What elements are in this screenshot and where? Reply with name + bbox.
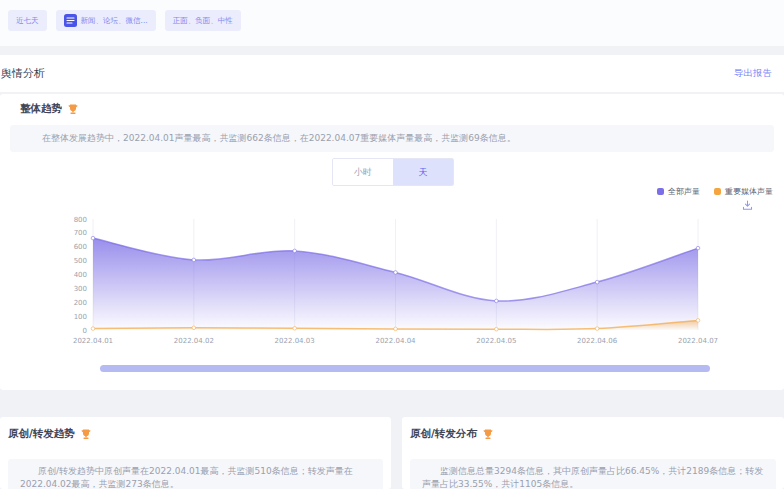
overall-trend-title-row: 整体趋势 bbox=[20, 102, 79, 116]
svg-text:2022.04.01: 2022.04.01 bbox=[73, 337, 113, 345]
filter-bar: 近七天 新闻、论坛、微信... 正面、负面、中性 bbox=[8, 10, 241, 31]
legend-item-media-volume[interactable]: 重要媒体声量 bbox=[714, 186, 773, 197]
svg-text:500: 500 bbox=[74, 257, 87, 265]
original-repost-trend-summary-box: 原创/转发趋势中原创声量在2022.04.01最高，共监测510条信息；转发声量… bbox=[8, 459, 383, 489]
media-volume-swatch bbox=[714, 188, 721, 195]
svg-text:0: 0 bbox=[83, 327, 87, 335]
svg-text:100: 100 bbox=[74, 313, 87, 321]
trophy-icon bbox=[482, 428, 494, 440]
overall-trend-summary-box: 在整体发展趋势中，2022.04.01声量最高，共监测662条信息，在2022.… bbox=[10, 125, 774, 152]
chart-legend: 全部声量 重要媒体声量 bbox=[657, 186, 773, 197]
screen: 近七天 新闻、论坛、微信... 正面、负面、中性 舆情分析 导出报告 整体趋势 … bbox=[0, 0, 784, 489]
sentiment-label: 正面、负面、中性 bbox=[173, 16, 233, 26]
time-range-label: 近七天 bbox=[16, 16, 39, 26]
svg-text:2022.04.07: 2022.04.07 bbox=[678, 337, 718, 345]
panel-header: 舆情分析 导出报告 bbox=[0, 55, 784, 92]
trend-area-chart: 01002003004005006007008002022.04.012022.… bbox=[0, 205, 784, 355]
granularity-toggle: 小时 天 bbox=[332, 158, 454, 186]
svg-text:400: 400 bbox=[74, 271, 87, 279]
all-volume-label: 全部声量 bbox=[668, 186, 700, 197]
original-repost-distribution-title: 原创/转发分布 bbox=[410, 427, 477, 441]
svg-text:2022.04.04: 2022.04.04 bbox=[375, 337, 416, 345]
svg-text:2022.04.02: 2022.04.02 bbox=[174, 337, 214, 345]
overall-trend-summary: 在整体发展趋势中，2022.04.01声量最高，共监测662条信息，在2022.… bbox=[24, 132, 760, 145]
original-repost-distribution-summary-box: 监测信息总量3294条信息，其中原创声量占比66.45%，共计2189条信息；转… bbox=[410, 459, 776, 489]
original-repost-distribution-title-row: 原创/转发分布 bbox=[410, 427, 494, 441]
svg-text:2022.04.05: 2022.04.05 bbox=[476, 337, 516, 345]
granularity-day-button[interactable]: 天 bbox=[393, 159, 453, 185]
overall-trend-panel: 整体趋势 在整体发展趋势中，2022.04.01声量最高，共监测662条信息，在… bbox=[0, 94, 784, 390]
sources-label: 新闻、论坛、微信... bbox=[81, 16, 148, 26]
original-repost-trend-title: 原创/转发趋势 bbox=[8, 427, 75, 441]
svg-text:2022.04.06: 2022.04.06 bbox=[577, 337, 618, 345]
legend-item-all-volume[interactable]: 全部声量 bbox=[657, 186, 700, 197]
original-repost-trend-card: 原创/转发趋势 原创/转发趋势中原创声量在2022.04.01最高，共监测510… bbox=[0, 417, 391, 489]
original-repost-trend-summary: 原创/转发趋势中原创声量在2022.04.01最高，共监测510条信息；转发声量… bbox=[20, 465, 371, 489]
all-volume-swatch bbox=[657, 188, 664, 195]
svg-text:200: 200 bbox=[74, 299, 87, 307]
svg-text:2022.04.03: 2022.04.03 bbox=[275, 337, 315, 345]
overall-trend-title: 整体趋势 bbox=[20, 102, 62, 116]
filter-chip-sentiment[interactable]: 正面、负面、中性 bbox=[165, 10, 241, 31]
filter-chip-sources[interactable]: 新闻、论坛、微信... bbox=[56, 10, 156, 31]
datazoom-slider[interactable] bbox=[100, 365, 710, 372]
media-volume-label: 重要媒体声量 bbox=[725, 186, 773, 197]
original-repost-distribution-summary: 监测信息总量3294条信息，其中原创声量占比66.45%，共计2189条信息；转… bbox=[422, 465, 764, 489]
svg-text:800: 800 bbox=[74, 216, 87, 224]
page-title: 舆情分析 bbox=[1, 66, 45, 81]
media-sources-icon bbox=[64, 14, 77, 27]
svg-text:600: 600 bbox=[74, 243, 87, 251]
filter-chip-time-range[interactable]: 近七天 bbox=[8, 10, 47, 31]
svg-text:700: 700 bbox=[74, 229, 87, 237]
trophy-icon bbox=[80, 428, 92, 440]
original-repost-distribution-card: 原创/转发分布 监测信息总量3294条信息，其中原创声量占比66.45%，共计2… bbox=[402, 417, 784, 489]
svg-text:300: 300 bbox=[74, 285, 87, 293]
trophy-icon bbox=[67, 103, 79, 115]
original-repost-trend-title-row: 原创/转发趋势 bbox=[8, 427, 92, 441]
granularity-hour-button[interactable]: 小时 bbox=[333, 159, 393, 185]
export-report-link[interactable]: 导出报告 bbox=[734, 67, 772, 80]
